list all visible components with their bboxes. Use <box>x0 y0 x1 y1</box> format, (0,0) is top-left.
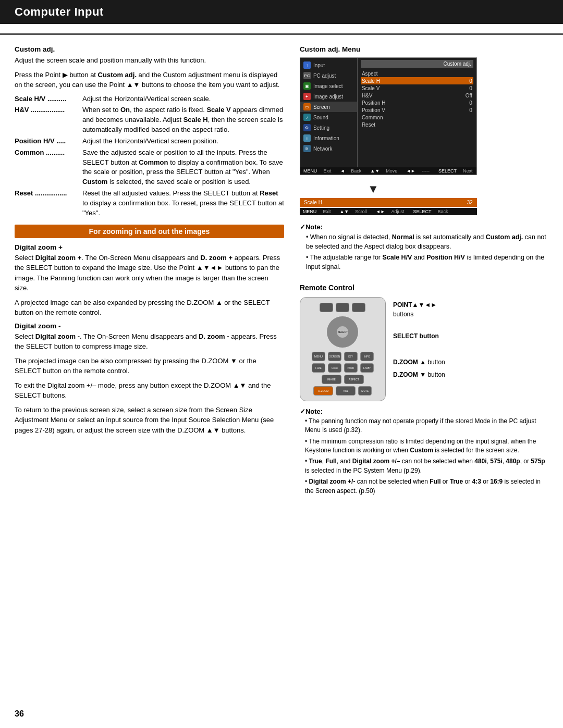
menu-item-screen: ▭ Screen <box>300 102 357 112</box>
remote-btn-1 <box>320 303 333 312</box>
right-note-bullet3: True, Full, and Digital zoom +/– can not… <box>300 457 548 475</box>
menu-item-information: i Information <box>300 133 357 143</box>
def-row-hv: H&V .................. When set to On, t… <box>15 105 284 135</box>
def-row-common: Common .......... Save the adjusted scal… <box>15 148 284 187</box>
screen-icon: ▭ <box>303 103 311 110</box>
menu-right-hv: H&VOff <box>361 92 473 99</box>
custom-adj-section: Custom adj. Adjust the screen scale and … <box>15 45 284 218</box>
remote-label-dzoom-down: D.ZOOM ▼ button <box>393 370 548 379</box>
right-note-bullet2: The minimum compression ratio is limited… <box>300 437 548 455</box>
remote-control-title: Remote Control <box>300 283 548 292</box>
return-text: To return to the previous screen size, s… <box>15 405 284 436</box>
scaleh-bar: Scale H 32 <box>300 198 477 207</box>
header-divider <box>0 33 563 35</box>
network-icon: ≋ <box>303 145 311 152</box>
menu-left-panel: ↑ Input PC PC adjust ▣ Image select ✦ Im… <box>300 58 358 167</box>
remote-btn-image: IMAGE <box>322 375 341 384</box>
pcadjust-icon: PC <box>303 72 311 79</box>
menu-right-positionv: Position V0 <box>361 106 473 114</box>
information-icon: i <box>303 134 311 142</box>
remote-btn-freeze: FRZE <box>312 363 325 373</box>
menu-screenshot-inner: ↑ Input PC PC adjust ▣ Image select ✦ Im… <box>300 58 476 167</box>
digital-zoom-minus-text1: Select Digital zoom -. The On-Screen Men… <box>15 331 284 352</box>
custom-adj-menu-title: Custom adj. Menu <box>300 45 548 53</box>
remote-container: SELECT MENU SCREEN KEY INFO FRZE NOSH PT… <box>300 297 548 401</box>
remote-label-select: SELECT button <box>393 331 548 341</box>
menu-item-setting: ⚙ Setting <box>300 122 357 133</box>
scaleh-bar-bottom: MENU Exit ▲▼ Scroll ◄► Adjust SELECT Bac… <box>300 208 477 215</box>
remote-btn-ptimer: PTMR <box>344 363 358 373</box>
custom-adj-detail: Press the Point ▶ button at Custom adj. … <box>15 70 284 90</box>
custom-adj-intro: Adjust the screen scale and position man… <box>15 55 284 66</box>
remote-btn-volume: VOL <box>336 386 356 396</box>
right-note-title: ✓Note: <box>300 406 548 417</box>
menu-item-pcadjust: PC PC adjust <box>300 70 357 81</box>
remote-top-row <box>320 303 365 312</box>
remote-label-point: POINT▲▼◄►buttons <box>393 300 548 319</box>
remote-row5: D.ZOOM VOL MUTE <box>313 386 372 396</box>
menu-right-panel: Custom adj. Aspect Scale H0 Scale V0 H&V… <box>358 58 476 167</box>
menu-item-input: ↑ Input <box>300 60 357 70</box>
menu-bottom-bar: MENU Exit ◄ Back ▲▼ Move ◄► ----- SELECT… <box>300 167 476 175</box>
digital-zoom-plus-section: Digital zoom + Select Digital zoom +. Th… <box>15 243 284 318</box>
right-note-bullet1: The panning function may not operate pro… <box>300 417 548 435</box>
def-row-positionhv: Position H/V ..... Adjust the Horizontal… <box>15 137 284 146</box>
page-number: 36 <box>15 709 24 719</box>
remote-row4: IMAGE ASPECT <box>322 375 364 384</box>
right-column: Custom adj. Menu ↑ Input PC PC adjust ▣ <box>295 45 548 498</box>
remote-btn-3 <box>352 303 365 312</box>
remote-btn-noshow: NOSH <box>328 363 341 373</box>
digital-zoom-minus-section: Digital zoom - Select Digital zoom -. Th… <box>15 322 284 376</box>
remote-btn-mute: MUTE <box>358 386 372 396</box>
remote-btn-aspect: ASPECT <box>344 375 364 384</box>
menu-arrow: ▼ <box>368 182 548 196</box>
remote-image: SELECT MENU SCREEN KEY INFO FRZE NOSH PT… <box>300 297 386 401</box>
digital-zoom-minus-title: Digital zoom - <box>15 322 284 330</box>
main-content: Custom adj. Adjust the screen scale and … <box>0 45 563 498</box>
digital-zoom-plus-title: Digital zoom + <box>15 243 284 251</box>
menu-item-imageadjust: ✦ Image adjust <box>300 91 357 102</box>
remote-btn-keystone: KEY <box>344 352 358 361</box>
sound-icon: ♪ <box>303 114 311 121</box>
exit-text: To exit the Digital zoom +/– mode, press… <box>15 380 284 401</box>
menu-right-common: Common <box>361 114 473 121</box>
custom-adj-note: ✓Note: When no signal is detected, Norma… <box>300 223 548 272</box>
menu-item-imageselect: ▣ Image select <box>300 81 357 91</box>
right-note-bullet4: Digital zoom +/- can not be selected whe… <box>300 477 548 496</box>
left-column: Custom adj. Adjust the screen scale and … <box>15 45 295 498</box>
imageadjust-icon: ✦ <box>303 93 311 100</box>
remote-btn-menu: MENU <box>312 352 325 361</box>
zoom-banner: For zooming in and out the images <box>15 225 284 238</box>
input-icon: ↑ <box>303 61 311 69</box>
digital-zoom-plus-text1: Select Digital zoom +. The On-Screen Men… <box>15 253 284 293</box>
custom-adj-note-bullet1: When no signal is detected, Normal is se… <box>300 232 548 251</box>
menu-screenshot: ↑ Input PC PC adjust ▣ Image select ✦ Im… <box>300 57 477 175</box>
menu-right-aspect: Aspect <box>361 70 473 77</box>
custom-adj-title: Custom adj. <box>15 45 284 53</box>
menu-item-network: ≋ Network <box>300 143 357 154</box>
page-header: Computer Input <box>0 0 563 24</box>
remote-btn-2 <box>336 303 349 312</box>
imageselect-icon: ▣ <box>303 82 311 90</box>
custom-adj-note-bullet2: The adjustable range for Scale H/V and P… <box>300 253 548 272</box>
remote-label-dzoom-up: D.ZOOM ▲ button <box>393 357 548 367</box>
custom-adj-note-title: ✓Note: <box>300 223 548 232</box>
menu-right-scalev: Scale V0 <box>361 84 473 92</box>
digital-zoom-minus-text2: The projected image can be also compress… <box>15 356 284 376</box>
remote-labels: POINT▲▼◄►buttons SELECT button D.ZOOM ▲ … <box>393 297 548 401</box>
menu-item-sound: ♪ Sound <box>300 112 357 122</box>
menu-right-reset: Reset <box>361 121 473 128</box>
page-title: Computer Input <box>15 5 548 19</box>
right-note: ✓Note: The panning function may not oper… <box>300 406 548 496</box>
remote-row2: MENU SCREEN KEY INFO <box>312 352 374 361</box>
remote-select-center: SELECT <box>337 326 348 338</box>
def-row-reset: Reset ................. Reset the all ad… <box>15 189 284 218</box>
remote-btn-screen: SCREEN <box>328 352 341 361</box>
remote-select-area: SELECT <box>327 316 358 348</box>
remote-btn-dzoom: D.ZOOM <box>313 386 333 396</box>
remote-row3: FRZE NOSH PTMR LAMP <box>312 363 374 373</box>
menu-right-positionh: Position H0 <box>361 99 473 106</box>
remote-btn-info: INFO <box>360 352 374 361</box>
menu-right-scaleh: Scale H0 <box>361 77 473 84</box>
digital-zoom-plus-text2: A projected image can be also expanded b… <box>15 298 284 318</box>
